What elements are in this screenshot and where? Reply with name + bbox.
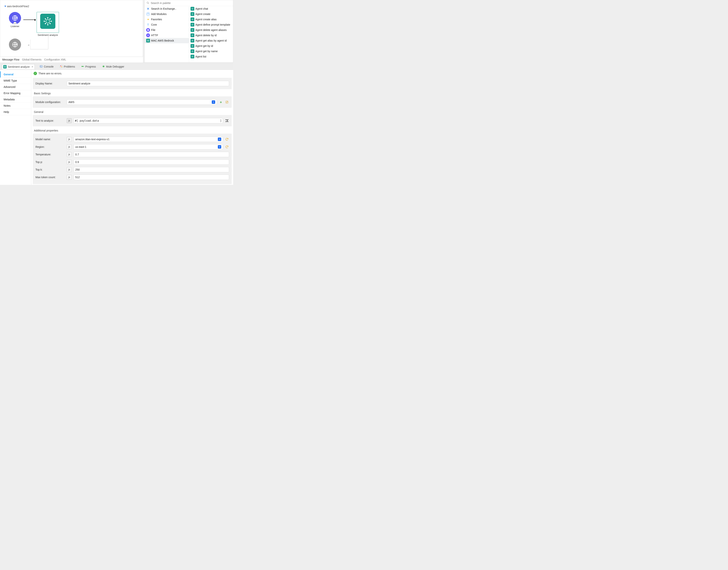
region-select[interactable]: us-east-1 [74, 144, 223, 150]
tab-global-elements[interactable]: Global Elements [22, 58, 41, 61]
fx-toggle-button[interactable]: fx [67, 175, 72, 180]
palette-op-agent-create[interactable]: Agent create [189, 11, 233, 17]
side-tab-mime-type[interactable]: MIME Type [0, 78, 31, 84]
temperature-label: Temperature: [35, 153, 65, 156]
close-icon[interactable]: ✕ [31, 65, 33, 68]
fx-toggle-button[interactable]: fx [67, 152, 72, 157]
model-name-value: amazon.titan-text-express-v1 [75, 138, 110, 141]
palette-core-label: Core [151, 23, 157, 26]
top-k-input[interactable] [74, 167, 229, 172]
palette-bedrock-label: MAC AWS Bedrock [151, 39, 174, 42]
palette-add-modules-label: Add Modules [151, 13, 167, 16]
palette-http-label: HTTP [151, 34, 158, 37]
svg-point-31 [226, 119, 226, 120]
map-button[interactable] [225, 118, 229, 123]
palette-mac-aws-bedrock[interactable]: MAC AWS Bedrock [145, 38, 189, 43]
status-no-errors: There are no errors. [38, 72, 62, 75]
palette-op-label: Agent delete agent aliases [195, 28, 227, 31]
fx-toggle-button[interactable]: fx [67, 137, 72, 142]
svg-point-17 [192, 30, 193, 31]
fx-toggle-button[interactable]: fx [67, 167, 72, 172]
node-sentiment-label: Sentiment analyze [38, 34, 58, 36]
palette-core[interactable]: Core [145, 22, 189, 27]
svg-point-6 [45, 18, 46, 19]
node-sentiment-analyze[interactable]: Sentiment analyze [37, 12, 59, 36]
side-tab-error-mapping[interactable]: Error Mapping [0, 90, 31, 96]
palette-op-label: Agent list [195, 55, 206, 58]
palette-file[interactable]: File [145, 27, 189, 33]
palette-http[interactable]: HTTP [145, 33, 189, 38]
palette-search-exchange[interactable]: Search in Exchange.. [145, 6, 189, 11]
svg-point-3 [47, 24, 48, 25]
svg-point-8 [45, 23, 46, 24]
top-p-input[interactable] [74, 160, 229, 165]
tab-problems[interactable]: Problems [59, 64, 76, 69]
side-tab-general[interactable]: General [0, 71, 31, 78]
palette-search-input[interactable] [150, 1, 231, 5]
side-tab-advanced[interactable]: Advanced [0, 84, 31, 90]
svg-point-23 [4, 66, 6, 67]
fx-toggle-button[interactable]: fx [67, 118, 72, 123]
svg-rect-25 [60, 65, 62, 67]
display-name-label: Display Name: [35, 82, 65, 85]
bedrock-op-icon [190, 39, 194, 42]
bedrock-op-icon [190, 49, 194, 53]
region-label: Region: [35, 146, 65, 149]
palette-op-agent-chat[interactable]: Agent chat [189, 6, 233, 11]
basic-settings-heading: Basic Settings [31, 90, 233, 96]
bedrock-op-icon [190, 12, 194, 16]
tab-properties-sentiment[interactable]: Sentiment analyze ✕ [2, 64, 35, 69]
palette-favorites[interactable]: ★ Favorites [145, 17, 189, 22]
tab-debugger-label: Mule Debugger [106, 65, 124, 68]
tab-mule-debugger[interactable]: Mule Debugger [101, 64, 125, 69]
collapse-icon[interactable] [4, 6, 6, 7]
flow-canvas[interactable]: aws-bedrockFlow2 ⇄ [0, 0, 143, 57]
palette-op-agent-get-by-id[interactable]: Agent get by id [189, 43, 233, 49]
edit-config-button[interactable] [225, 100, 229, 104]
svg-point-34 [227, 121, 228, 122]
palette-op-agent-list[interactable]: Agent list [189, 54, 233, 59]
svg-point-20 [192, 45, 193, 46]
search-icon [146, 2, 149, 5]
palette-op-agent-define-prompt[interactable]: Agent define prompt template [189, 22, 233, 27]
palette-op-agent-delete-aliases[interactable]: Agent delete agent aliases [189, 27, 233, 33]
bug-icon [102, 65, 105, 68]
node-response[interactable] [9, 38, 21, 51]
palette-op-agent-create-alias[interactable]: Agent create alias [189, 17, 233, 22]
svg-point-7 [50, 18, 50, 19]
palette-op-label: Agent define prompt template [195, 23, 230, 26]
palette-add-modules[interactable]: + Add Modules [145, 11, 189, 17]
dashed-connector [30, 40, 31, 49]
tab-message-flow[interactable]: Message Flow [2, 58, 19, 61]
side-tab-notes[interactable]: Notes [0, 103, 31, 109]
side-tab-help[interactable]: Help [0, 109, 31, 115]
flow-title[interactable]: aws-bedrockFlow2 [4, 5, 29, 8]
text-to-analyze-input[interactable]: #[ payload.data ] [74, 118, 223, 123]
palette-op-agent-delete-by-id[interactable]: Agent delete by id [189, 33, 233, 38]
add-config-button[interactable]: ＋ [219, 100, 223, 104]
tab-console-label: Console [44, 65, 53, 68]
model-name-select[interactable]: amazon.titan-text-express-v1 [74, 136, 223, 142]
node-listener[interactable]: ⇄ Listener [9, 12, 21, 28]
display-name-input[interactable] [67, 81, 229, 86]
palette-op-agent-get-by-name[interactable]: Agent get by name [189, 49, 233, 54]
text-to-analyze-label: Text to analyze: [35, 119, 65, 122]
max-token-input[interactable] [74, 175, 229, 180]
max-token-label: Max token count: [35, 176, 65, 179]
palette-op-label: Agent chat [195, 7, 208, 10]
tab-configuration-xml[interactable]: Configuration XML [44, 58, 66, 61]
bedrock-op-icon [190, 23, 194, 27]
tab-progress[interactable]: Progress [80, 64, 97, 69]
fx-toggle-button[interactable]: fx [67, 160, 72, 165]
svg-point-2 [47, 17, 48, 18]
refresh-button[interactable] [225, 145, 229, 149]
refresh-button[interactable] [225, 137, 229, 141]
bedrock-icon [3, 65, 7, 68]
side-tab-metadata[interactable]: Metadata [0, 96, 31, 103]
temperature-input[interactable] [74, 152, 229, 157]
fx-toggle-button[interactable]: fx [67, 145, 72, 149]
return-arrow-icon [28, 44, 29, 46]
tab-console[interactable]: Console [38, 64, 55, 69]
palette-op-agent-get-alias[interactable]: Agent get alias by agent id [189, 38, 233, 43]
module-config-select[interactable]: AWS [67, 99, 217, 105]
